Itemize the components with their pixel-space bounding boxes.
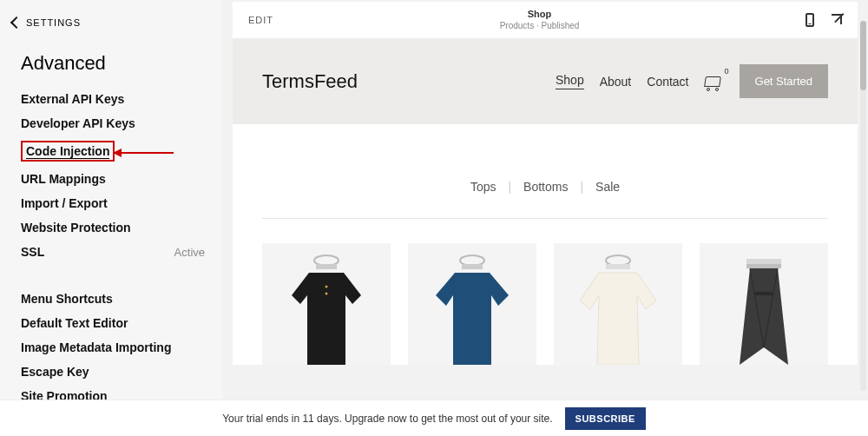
product-card[interactable]	[262, 243, 391, 365]
back-label: SETTINGS	[26, 17, 81, 28]
divider	[262, 218, 828, 219]
product-card[interactable]	[408, 243, 536, 365]
svg-rect-7	[606, 264, 630, 269]
preview-topbar: EDIT Shop Products · Published	[233, 2, 858, 38]
sidebar-title: Advanced	[21, 52, 205, 75]
product-image	[566, 252, 670, 365]
filter-bottoms[interactable]: Bottoms	[523, 180, 568, 194]
svg-rect-1	[316, 264, 337, 269]
preview-subtitle: Products · Published	[500, 21, 580, 31]
back-to-settings[interactable]: SETTINGS	[12, 17, 205, 28]
product-card[interactable]	[554, 243, 682, 365]
filter-tops[interactable]: Tops	[470, 180, 496, 194]
product-image	[420, 252, 524, 365]
nav-about[interactable]: About	[600, 75, 632, 89]
filter-sale[interactable]: Sale	[595, 180, 620, 194]
product-image	[274, 252, 378, 365]
sidebar-item-image-metadata-importing[interactable]: Image Metadata Importing	[21, 340, 205, 354]
product-card[interactable]	[700, 243, 828, 365]
preview-title: Shop	[500, 9, 580, 20]
sidebar-item-external-api-keys[interactable]: External API Keys	[21, 92, 205, 106]
nav-contact[interactable]: Contact	[647, 75, 688, 89]
ssl-status: Active	[174, 246, 205, 259]
sidebar-item-menu-shortcuts[interactable]: Menu Shortcuts	[21, 292, 205, 306]
cart-count: 0	[725, 67, 729, 76]
product-image	[712, 252, 816, 365]
sidebar-item-ssl[interactable]: SSL Active	[21, 245, 205, 259]
highlight-box: Code Injection	[21, 141, 115, 162]
svg-point-2	[326, 286, 328, 288]
sidebar-item-import-export[interactable]: Import / Export	[21, 196, 205, 210]
preview-scrollbar[interactable]	[860, 21, 866, 391]
svg-rect-5	[462, 264, 483, 269]
sidebar-item-website-protection[interactable]: Website Protection	[21, 221, 205, 235]
annotation-arrow	[113, 149, 174, 157]
sidebar-item-default-text-editor[interactable]: Default Text Editor	[21, 316, 205, 330]
subscribe-button[interactable]: SUBSCRIBE	[565, 407, 646, 430]
site-brand[interactable]: TermsFeed	[262, 70, 358, 93]
edit-button[interactable]: EDIT	[248, 15, 273, 25]
expand-icon[interactable]	[830, 14, 842, 26]
chevron-left-icon	[10, 17, 23, 29]
mobile-preview-icon[interactable]	[806, 13, 814, 27]
sidebar-item-developer-api-keys[interactable]: Developer API Keys	[21, 116, 205, 130]
svg-point-3	[326, 293, 328, 295]
trial-bar: Your trial ends in 11 days. Upgrade now …	[0, 400, 868, 436]
trial-text: Your trial ends in 11 days. Upgrade now …	[222, 413, 552, 425]
sidebar-item-escape-key[interactable]: Escape Key	[21, 365, 205, 379]
sidebar-item-url-mappings[interactable]: URL Mappings	[21, 172, 205, 186]
svg-rect-8	[746, 259, 781, 264]
cart-icon[interactable]: 0	[705, 74, 724, 89]
get-started-button[interactable]: Get Started	[740, 64, 828, 98]
svg-rect-10	[755, 292, 773, 295]
nav-shop[interactable]: Shop	[556, 73, 584, 89]
svg-rect-9	[746, 264, 781, 268]
